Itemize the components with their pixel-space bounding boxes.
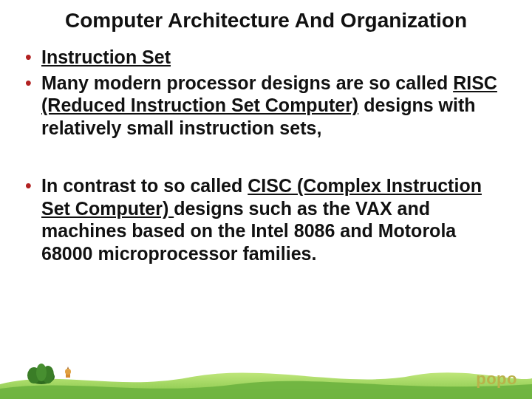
bullet-3-pre: In contrast to so called — [41, 175, 248, 196]
svg-point-3 — [36, 364, 47, 381]
slide: Computer Architecture And Organization I… — [0, 0, 532, 399]
bullet-list: Instruction Set Many modern processor de… — [21, 46, 511, 139]
bullet-2: Many modern processor designs are so cal… — [21, 72, 511, 140]
bullet-2-pre: Many modern processor designs are so cal… — [41, 72, 453, 93]
svg-point-1 — [27, 367, 41, 383]
slide-title: Computer Architecture And Organization — [21, 9, 511, 33]
svg-point-0 — [28, 369, 55, 384]
svg-point-5 — [65, 369, 71, 375]
spacer — [21, 142, 511, 174]
svg-rect-4 — [66, 372, 70, 378]
svg-point-2 — [42, 366, 54, 383]
bullet-1: Instruction Set — [21, 46, 511, 69]
bullet-3: In contrast to so called CISC (Complex I… — [21, 174, 511, 265]
bullet-1-text: Instruction Set — [41, 47, 171, 67]
grass-decoration — [0, 359, 532, 399]
watermark-text: popo — [476, 369, 517, 389]
bullet-list-2: In contrast to so called CISC (Complex I… — [21, 174, 511, 265]
